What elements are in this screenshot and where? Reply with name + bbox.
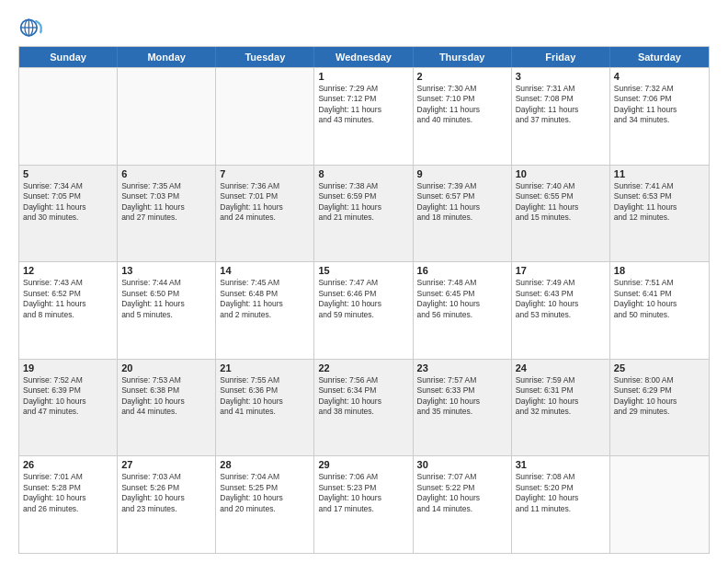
day-number: 28: [220, 459, 310, 470]
calendar-cell: 27Sunrise: 7:03 AM Sunset: 5:26 PM Dayli…: [118, 456, 216, 553]
calendar-row-5: 26Sunrise: 7:01 AM Sunset: 5:28 PM Dayli…: [19, 455, 709, 553]
calendar-cell: 29Sunrise: 7:06 AM Sunset: 5:23 PM Dayli…: [314, 456, 413, 553]
day-info: Sunrise: 7:52 AM Sunset: 6:39 PM Dayligh…: [23, 375, 113, 418]
day-info: Sunrise: 7:41 AM Sunset: 6:53 PM Dayligh…: [614, 181, 705, 224]
day-info: Sunrise: 7:01 AM Sunset: 5:28 PM Dayligh…: [23, 472, 113, 514]
calendar-cell: 5Sunrise: 7:34 AM Sunset: 7:05 PM Daylig…: [19, 166, 118, 262]
day-info: Sunrise: 7:34 AM Sunset: 7:05 PM Dayligh…: [23, 181, 113, 224]
day-number: 30: [417, 459, 507, 470]
day-info: Sunrise: 7:36 AM Sunset: 7:01 PM Dayligh…: [220, 181, 310, 224]
day-number: 20: [121, 362, 211, 373]
calendar-row-1: 1Sunrise: 7:29 AM Sunset: 7:12 PM Daylig…: [19, 67, 709, 165]
day-info: Sunrise: 7:49 AM Sunset: 6:43 PM Dayligh…: [516, 278, 606, 320]
day-number: 9: [417, 168, 507, 179]
day-info: Sunrise: 7:38 AM Sunset: 6:59 PM Dayligh…: [318, 181, 408, 224]
day-number: 17: [516, 265, 606, 276]
day-number: 2: [417, 71, 507, 82]
calendar-row-4: 19Sunrise: 7:52 AM Sunset: 6:39 PM Dayli…: [19, 359, 709, 456]
day-info: Sunrise: 7:56 AM Sunset: 6:34 PM Dayligh…: [318, 375, 408, 418]
calendar-cell: 12Sunrise: 7:43 AM Sunset: 6:52 PM Dayli…: [19, 262, 118, 359]
day-number: 5: [23, 168, 113, 179]
day-number: 14: [220, 265, 310, 276]
day-info: Sunrise: 7:31 AM Sunset: 7:08 PM Dayligh…: [516, 84, 606, 126]
day-info: Sunrise: 7:08 AM Sunset: 5:20 PM Dayligh…: [516, 472, 606, 514]
logo-icon: [18, 15, 44, 40]
header-cell-monday: Monday: [118, 47, 216, 67]
day-info: Sunrise: 7:29 AM Sunset: 7:12 PM Dayligh…: [318, 84, 408, 126]
day-number: 3: [516, 71, 606, 82]
calendar-cell: 3Sunrise: 7:31 AM Sunset: 7:08 PM Daylig…: [512, 68, 610, 165]
calendar-cell: 14Sunrise: 7:45 AM Sunset: 6:48 PM Dayli…: [216, 262, 314, 359]
calendar-cell: [118, 68, 216, 165]
calendar-cell: 18Sunrise: 7:51 AM Sunset: 6:41 PM Dayli…: [610, 262, 709, 359]
day-info: Sunrise: 8:00 AM Sunset: 6:29 PM Dayligh…: [614, 375, 705, 418]
calendar-cell: 22Sunrise: 7:56 AM Sunset: 6:34 PM Dayli…: [314, 360, 413, 456]
day-info: Sunrise: 7:06 AM Sunset: 5:23 PM Dayligh…: [318, 472, 408, 514]
calendar-cell: 31Sunrise: 7:08 AM Sunset: 5:20 PM Dayli…: [512, 456, 610, 553]
day-info: Sunrise: 7:53 AM Sunset: 6:38 PM Dayligh…: [121, 375, 211, 418]
calendar-cell: 11Sunrise: 7:41 AM Sunset: 6:53 PM Dayli…: [610, 166, 709, 262]
day-info: Sunrise: 7:45 AM Sunset: 6:48 PM Dayligh…: [220, 278, 310, 320]
calendar-cell: 6Sunrise: 7:35 AM Sunset: 7:03 PM Daylig…: [118, 166, 216, 262]
day-info: Sunrise: 7:47 AM Sunset: 6:46 PM Dayligh…: [318, 278, 408, 320]
day-info: Sunrise: 7:03 AM Sunset: 5:26 PM Dayligh…: [121, 472, 211, 514]
calendar-cell: 10Sunrise: 7:40 AM Sunset: 6:55 PM Dayli…: [512, 166, 610, 262]
day-info: Sunrise: 7:55 AM Sunset: 6:36 PM Dayligh…: [220, 375, 310, 418]
calendar-row-2: 5Sunrise: 7:34 AM Sunset: 7:05 PM Daylig…: [19, 165, 709, 262]
day-number: 27: [121, 459, 211, 470]
calendar-cell: 19Sunrise: 7:52 AM Sunset: 6:39 PM Dayli…: [19, 360, 118, 456]
day-number: 13: [121, 265, 211, 276]
calendar-cell: 4Sunrise: 7:32 AM Sunset: 7:06 PM Daylig…: [610, 68, 709, 165]
day-info: Sunrise: 7:35 AM Sunset: 7:03 PM Dayligh…: [121, 181, 211, 224]
day-info: Sunrise: 7:39 AM Sunset: 6:57 PM Dayligh…: [417, 181, 507, 224]
day-number: 26: [23, 459, 113, 470]
logo: [18, 15, 48, 40]
day-info: Sunrise: 7:43 AM Sunset: 6:52 PM Dayligh…: [23, 278, 113, 320]
calendar-cell: [216, 68, 314, 165]
day-info: Sunrise: 7:30 AM Sunset: 7:10 PM Dayligh…: [417, 84, 507, 126]
calendar-cell: 21Sunrise: 7:55 AM Sunset: 6:36 PM Dayli…: [216, 360, 314, 456]
day-number: 19: [23, 362, 113, 373]
header-cell-saturday: Saturday: [610, 47, 709, 67]
day-info: Sunrise: 7:51 AM Sunset: 6:41 PM Dayligh…: [614, 278, 705, 320]
day-number: 15: [318, 265, 408, 276]
header-cell-wednesday: Wednesday: [314, 47, 413, 67]
day-info: Sunrise: 7:40 AM Sunset: 6:55 PM Dayligh…: [516, 181, 606, 224]
calendar-cell: 16Sunrise: 7:48 AM Sunset: 6:45 PM Dayli…: [414, 262, 512, 359]
header-cell-friday: Friday: [512, 47, 610, 67]
day-number: 12: [23, 265, 113, 276]
calendar: SundayMondayTuesdayWednesdayThursdayFrid…: [18, 46, 710, 554]
day-number: 23: [417, 362, 507, 373]
calendar-cell: [610, 456, 709, 553]
header-cell-sunday: Sunday: [19, 47, 118, 67]
day-number: 24: [516, 362, 606, 373]
calendar-cell: 15Sunrise: 7:47 AM Sunset: 6:46 PM Dayli…: [314, 262, 413, 359]
day-info: Sunrise: 7:57 AM Sunset: 6:33 PM Dayligh…: [417, 375, 507, 418]
day-info: Sunrise: 7:48 AM Sunset: 6:45 PM Dayligh…: [417, 278, 507, 320]
calendar-cell: 20Sunrise: 7:53 AM Sunset: 6:38 PM Dayli…: [118, 360, 216, 456]
calendar-cell: 17Sunrise: 7:49 AM Sunset: 6:43 PM Dayli…: [512, 262, 610, 359]
day-number: 8: [318, 168, 408, 179]
calendar-cell: 25Sunrise: 8:00 AM Sunset: 6:29 PM Dayli…: [610, 360, 709, 456]
calendar-cell: 13Sunrise: 7:44 AM Sunset: 6:50 PM Dayli…: [118, 262, 216, 359]
day-number: 25: [614, 362, 705, 373]
calendar-body: 1Sunrise: 7:29 AM Sunset: 7:12 PM Daylig…: [19, 67, 709, 553]
day-number: 4: [614, 71, 705, 82]
calendar-cell: 24Sunrise: 7:59 AM Sunset: 6:31 PM Dayli…: [512, 360, 610, 456]
day-number: 22: [318, 362, 408, 373]
calendar-cell: 7Sunrise: 7:36 AM Sunset: 7:01 PM Daylig…: [216, 166, 314, 262]
header-cell-thursday: Thursday: [414, 47, 512, 67]
calendar-cell: 1Sunrise: 7:29 AM Sunset: 7:12 PM Daylig…: [314, 68, 413, 165]
day-number: 18: [614, 265, 705, 276]
day-number: 21: [220, 362, 310, 373]
calendar-cell: 2Sunrise: 7:30 AM Sunset: 7:10 PM Daylig…: [414, 68, 512, 165]
day-number: 29: [318, 459, 408, 470]
day-info: Sunrise: 7:59 AM Sunset: 6:31 PM Dayligh…: [516, 375, 606, 418]
calendar-header: SundayMondayTuesdayWednesdayThursdayFrid…: [19, 47, 709, 67]
day-number: 16: [417, 265, 507, 276]
calendar-row-3: 12Sunrise: 7:43 AM Sunset: 6:52 PM Dayli…: [19, 261, 709, 359]
day-number: 31: [516, 459, 606, 470]
calendar-cell: 28Sunrise: 7:04 AM Sunset: 5:25 PM Dayli…: [216, 456, 314, 553]
day-number: 11: [614, 168, 705, 179]
day-number: 1: [318, 71, 408, 82]
